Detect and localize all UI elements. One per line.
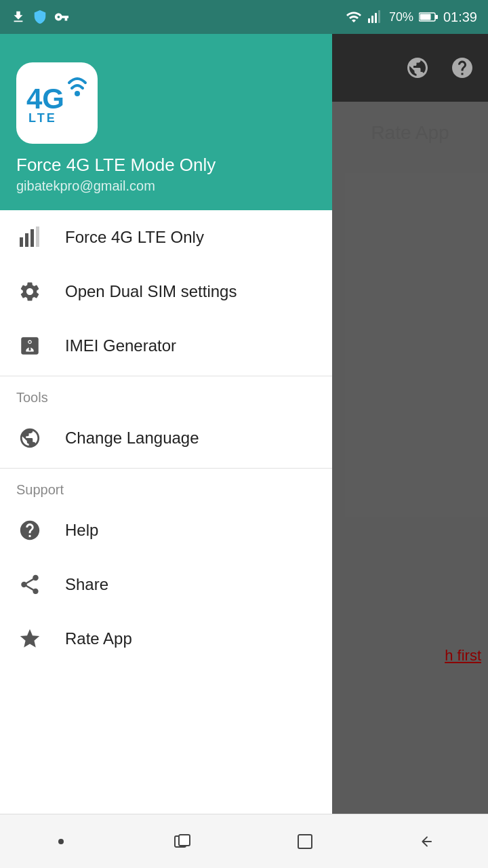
- divider-1: [0, 376, 332, 376]
- divider-2: [0, 468, 332, 469]
- svg-text:LTE: LTE: [28, 111, 57, 125]
- battery-icon: [419, 12, 438, 22]
- svg-rect-0: [368, 18, 370, 23]
- svg-rect-10: [20, 237, 23, 247]
- menu-item-help[interactable]: Help: [0, 503, 332, 557]
- wifi-icon: [346, 9, 362, 25]
- menu-item-language[interactable]: Change Language: [0, 411, 332, 465]
- navigation-drawer: 4G LTE Force 4G LTE Mode Only gibatekpro…: [0, 34, 332, 868]
- svg-rect-13: [36, 226, 39, 247]
- right-help-icon[interactable]: [450, 56, 474, 80]
- menu-item-imei[interactable]: IMEI Generator: [0, 319, 332, 373]
- main-container: 4G LTE Force 4G LTE Mode Only gibatekpro…: [0, 34, 488, 868]
- menu-item-rate[interactable]: Rate App: [0, 612, 332, 666]
- menu-item-share[interactable]: Share: [0, 557, 332, 612]
- dualsim-label: Open Dual SIM settings: [65, 282, 237, 301]
- menu-item-force4g[interactable]: Force 4G LTE Only: [0, 210, 332, 264]
- overview-button[interactable]: [285, 821, 325, 862]
- help-circle-icon: [16, 517, 43, 544]
- status-bar: 70% 01:39: [0, 0, 488, 34]
- globe-icon: [16, 425, 43, 452]
- signal-bar-icon: [16, 224, 43, 251]
- language-label: Change Language: [65, 429, 199, 448]
- share-label: Share: [65, 575, 108, 594]
- battery-label: 70%: [389, 10, 413, 24]
- svg-point-14: [58, 839, 64, 844]
- svg-rect-5: [420, 14, 430, 20]
- logo-inner: 4G LTE: [20, 66, 94, 140]
- logo-svg: 4G LTE: [23, 69, 91, 137]
- signal-icon: [367, 9, 384, 25]
- right-panel-header: [332, 34, 488, 102]
- recents-button[interactable]: [163, 821, 203, 862]
- home-button[interactable]: [41, 821, 81, 862]
- app-name: Force 4G LTE Mode Only: [16, 155, 316, 176]
- navigation-bar: [0, 814, 488, 868]
- status-left-icons: [11, 9, 69, 24]
- svg-rect-1: [371, 16, 373, 23]
- svg-rect-6: [435, 15, 438, 19]
- app-logo: 4G LTE: [16, 62, 98, 144]
- help-label: Help: [65, 521, 98, 540]
- support-section-label: Support: [0, 471, 332, 503]
- right-link-text[interactable]: h first: [445, 647, 481, 665]
- shield-icon: [33, 9, 47, 24]
- svg-rect-17: [298, 835, 312, 848]
- time-display: 01:39: [443, 9, 477, 25]
- rate-label: Rate App: [65, 629, 132, 648]
- download-icon: [11, 9, 26, 24]
- right-globe-icon[interactable]: [405, 56, 430, 80]
- drawer-header: 4G LTE Force 4G LTE Mode Only gibatekpro…: [0, 34, 332, 210]
- svg-rect-3: [378, 10, 380, 23]
- imei-label: IMEI Generator: [65, 336, 176, 355]
- status-right-icons: 70% 01:39: [346, 9, 477, 25]
- svg-rect-2: [375, 13, 377, 23]
- right-panel[interactable]: Rate App h first: [332, 34, 488, 868]
- drawer-menu: Force 4G LTE Only Open Dual SIM settings: [0, 210, 332, 868]
- app-email: gibatekpro@gmail.com: [16, 178, 316, 194]
- info-box-icon: [16, 332, 43, 359]
- menu-item-dualsim[interactable]: Open Dual SIM settings: [0, 264, 332, 319]
- star-icon: [16, 625, 43, 652]
- svg-point-9: [75, 91, 80, 96]
- share-icon: [16, 571, 43, 598]
- back-button[interactable]: [407, 821, 447, 862]
- svg-rect-11: [25, 233, 28, 247]
- tools-section-label: Tools: [0, 379, 332, 411]
- gear-icon: [16, 278, 43, 305]
- svg-rect-12: [30, 229, 34, 247]
- svg-rect-16: [179, 835, 190, 846]
- key-icon: [54, 9, 69, 24]
- right-rate-app-label: Rate App: [332, 102, 488, 144]
- svg-text:4G: 4G: [26, 83, 64, 115]
- force4g-label: Force 4G LTE Only: [65, 228, 204, 247]
